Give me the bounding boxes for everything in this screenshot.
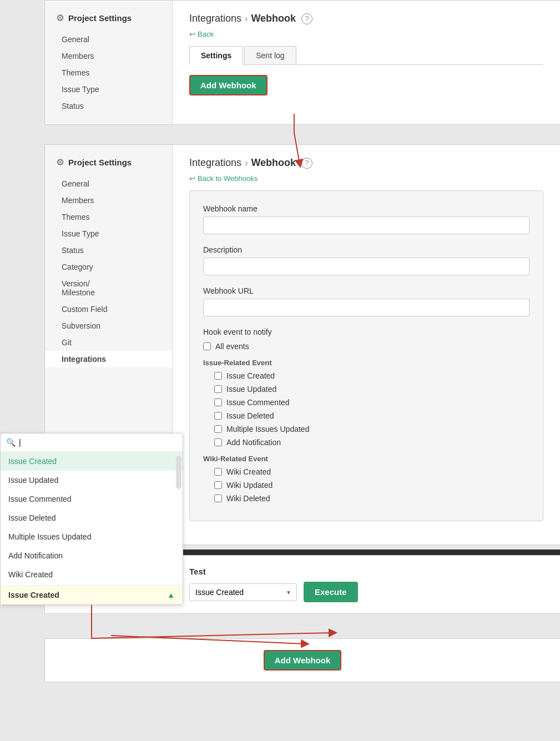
add-webhook-button-top[interactable]: Add Webhook xyxy=(189,75,268,95)
issue-deleted-checkbox[interactable] xyxy=(214,412,222,420)
wiki-related-title: Wiki-Related Event xyxy=(203,455,529,463)
sidebar-item-members[interactable]: Members xyxy=(45,48,172,64)
dropdown-item-issue-commented[interactable]: Issue Commented xyxy=(1,490,183,508)
sidebar-item-version[interactable]: Version/ Milestone xyxy=(45,275,172,301)
dropdown-panel: 🔍 Issue Created Issue Updated Issue Comm… xyxy=(0,433,183,605)
webhook-url-input[interactable] xyxy=(203,299,529,316)
hook-event-title: Hook event to notify xyxy=(203,327,529,336)
webhook-form-box: Webhook name Description Webhook URL Hoo… xyxy=(189,190,543,521)
bottom-add-button-area: Add Webhook xyxy=(44,638,560,682)
sidebar-item-git[interactable]: Git xyxy=(45,334,172,351)
sidebar-item-integrations[interactable]: Integrations xyxy=(45,351,172,367)
issue-updated-checkbox[interactable] xyxy=(214,385,222,393)
add-notification-checkbox[interactable] xyxy=(214,438,222,446)
wiki-deleted-checkbox[interactable] xyxy=(214,495,222,502)
back-link-top[interactable]: ↩ Back xyxy=(189,30,543,38)
form-main-content: Integrations › Webhook ? ↩ Back to Webho… xyxy=(173,145,560,545)
back-arrow-icon-2: ↩ xyxy=(189,174,195,183)
sidebar-item-category[interactable]: Category xyxy=(45,259,172,275)
wiki-updated-checkbox[interactable] xyxy=(214,481,222,489)
gear-icon-2: ⚙ xyxy=(56,157,64,168)
dropdown-search-input[interactable] xyxy=(19,438,177,447)
add-webhook-button-bottom[interactable]: Add Webhook xyxy=(264,650,342,671)
help-icon[interactable]: ? xyxy=(301,13,312,24)
dropdown-search-area: 🔍 xyxy=(1,433,183,452)
sidebar-item-status-2[interactable]: Status xyxy=(45,242,172,259)
sidebar-item-status[interactable]: Status xyxy=(45,98,172,114)
all-events-row: All events xyxy=(203,342,529,351)
webhook-url-group: Webhook URL xyxy=(203,286,529,316)
dropdown-item-wiki-created[interactable]: Wiki Created xyxy=(1,565,183,584)
wiki-updated-row: Wiki Updated xyxy=(214,481,529,490)
test-label: Test xyxy=(189,567,416,576)
back-arrow-icon: ↩ xyxy=(189,30,195,38)
top-sidebar-title: ⚙ Project Settings xyxy=(45,11,172,31)
breadcrumb-chevron-2: › xyxy=(245,158,248,168)
test-row: Issue Created Issue Updated Issue Commen… xyxy=(189,582,416,602)
issue-events-list: Issue Created Issue Updated Issue Commen… xyxy=(203,371,529,447)
tab-sent-log[interactable]: Sent log xyxy=(244,46,296,64)
webhook-name-input[interactable] xyxy=(203,216,529,234)
issue-created-checkbox[interactable] xyxy=(214,372,222,380)
wiki-created-checkbox[interactable] xyxy=(214,468,222,476)
description-label: Description xyxy=(203,245,529,254)
dropdown-item-multiple-issues[interactable]: Multiple Issues Updated xyxy=(1,527,183,546)
help-icon-2[interactable]: ? xyxy=(301,158,312,169)
breadcrumb-chevron: › xyxy=(245,14,248,24)
sidebar-item-themes[interactable]: Themes xyxy=(45,64,172,81)
tab-settings[interactable]: Settings xyxy=(189,46,243,65)
sidebar-item-subversion[interactable]: Subversion xyxy=(45,317,172,334)
test-select[interactable]: Issue Created Issue Updated Issue Commen… xyxy=(189,583,297,601)
test-select-wrapper: Issue Created Issue Updated Issue Commen… xyxy=(189,583,297,601)
multiple-issues-checkbox[interactable] xyxy=(214,425,222,433)
dropdown-list: Issue Created Issue Updated Issue Commen… xyxy=(1,452,183,585)
dropdown-item-issue-created[interactable]: Issue Created xyxy=(1,452,183,471)
sidebar-item-issue-type-2[interactable]: Issue Type xyxy=(45,225,172,242)
sidebar-item-members-2[interactable]: Members xyxy=(45,192,172,209)
middle-sidebar-title: ⚙ Project Settings xyxy=(45,155,172,175)
dropdown-footer[interactable]: Issue Created ▲ xyxy=(1,585,183,604)
execute-button[interactable]: Execute xyxy=(304,582,358,602)
sidebar-item-themes-2[interactable]: Themes xyxy=(45,209,172,225)
top-sidebar: ⚙ Project Settings General Members Theme… xyxy=(45,1,173,124)
description-input[interactable] xyxy=(203,258,529,275)
dropdown-scrollbar[interactable] xyxy=(176,456,181,489)
wiki-created-row: Wiki Created xyxy=(214,467,529,476)
gear-icon: ⚙ xyxy=(56,13,64,23)
top-main-content: Integrations › Webhook ? ↩ Back Settings… xyxy=(173,1,560,124)
description-group: Description xyxy=(203,245,529,275)
sidebar-item-general[interactable]: General xyxy=(45,31,172,48)
top-panel: ⚙ Project Settings General Members Theme… xyxy=(44,0,560,125)
wiki-events-list: Wiki Created Wiki Updated Wiki Deleted xyxy=(203,467,529,503)
issue-deleted-row: Issue Deleted xyxy=(214,411,529,420)
issue-related-title: Issue-Related Event xyxy=(203,359,529,367)
tabs-top: Settings Sent log xyxy=(189,46,543,65)
up-arrow-icon: ▲ xyxy=(167,591,175,599)
sidebar-item-custom-field[interactable]: Custom Field xyxy=(45,301,172,317)
hook-event-section: Hook event to notify All events Issue-Re… xyxy=(203,327,529,503)
issue-commented-checkbox[interactable] xyxy=(214,399,222,406)
sidebar-item-issue-type[interactable]: Issue Type xyxy=(45,81,172,98)
issue-updated-row: Issue Updated xyxy=(214,385,529,394)
webhook-url-label: Webhook URL xyxy=(203,286,529,295)
multiple-issues-row: Multiple Issues Updated xyxy=(214,425,529,433)
breadcrumb-top: Integrations › Webhook ? xyxy=(189,13,543,24)
search-icon: 🔍 xyxy=(6,438,16,447)
issue-commented-row: Issue Commented xyxy=(214,398,529,407)
dropdown-item-add-notification[interactable]: Add Notification xyxy=(1,546,183,565)
dropdown-item-issue-updated[interactable]: Issue Updated xyxy=(1,471,183,490)
issue-created-row: Issue Created xyxy=(214,371,529,380)
back-to-webhooks-link[interactable]: ↩ Back to Webhooks xyxy=(189,174,543,183)
dropdown-item-issue-deleted[interactable]: Issue Deleted xyxy=(1,508,183,527)
webhook-name-label: Webhook name xyxy=(203,204,529,213)
add-notification-row: Add Notification xyxy=(214,438,529,447)
all-events-checkbox[interactable] xyxy=(203,342,211,350)
sidebar-item-general-2[interactable]: General xyxy=(45,175,172,192)
wiki-deleted-row: Wiki Deleted xyxy=(214,494,529,503)
webhook-name-group: Webhook name xyxy=(203,204,529,234)
breadcrumb-form: Integrations › Webhook ? xyxy=(189,157,543,169)
